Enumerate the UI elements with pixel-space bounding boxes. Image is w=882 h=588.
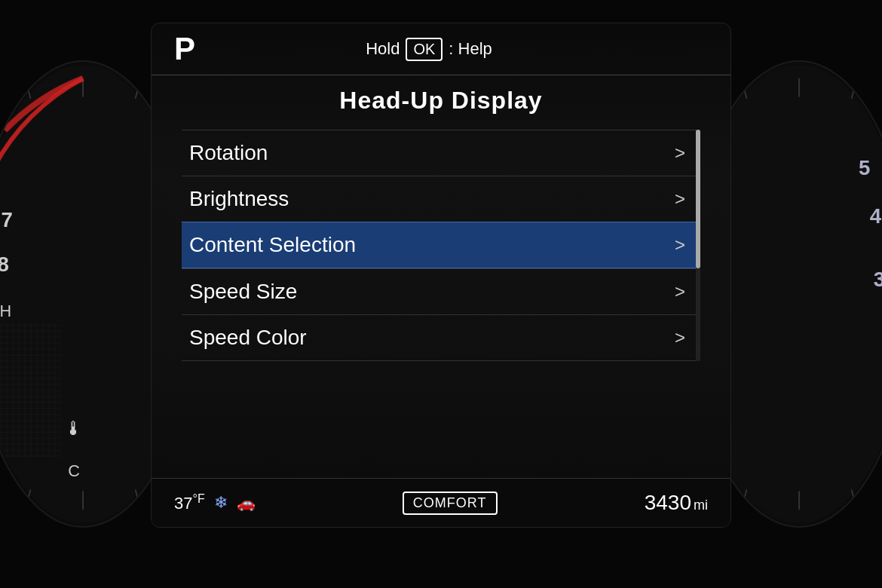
snowflake-icon: ❄ — [214, 493, 228, 513]
odometer-unit: mi — [694, 498, 708, 513]
svg-text:H: H — [0, 302, 11, 320]
scrollbar-thumb — [696, 130, 700, 268]
menu-list: Rotation > Brightness > Content Selectio… — [182, 130, 700, 361]
svg-text:8: 8 — [0, 253, 9, 276]
temperature-value: 37 — [174, 494, 192, 513]
menu-item-speed-color[interactable]: Speed Color > — [182, 314, 700, 361]
menu-item-label-speed-color: Speed Color — [189, 326, 307, 350]
odometer-value: 3430 — [645, 491, 691, 514]
menu-title: Head-Up Display — [182, 87, 700, 115]
svg-text:C: C — [68, 461, 80, 480]
menu-item-arrow-speed-color: > — [675, 327, 685, 348]
header-bar: P Hold OK : Help — [152, 23, 730, 75]
temperature-display: 37°F — [174, 492, 205, 513]
menu-item-label-rotation: Rotation — [189, 141, 268, 165]
menu-item-content-selection[interactable]: Content Selection > — [182, 222, 700, 268]
svg-rect-30 — [0, 323, 60, 458]
help-area: Hold OK : Help — [366, 38, 492, 61]
scrollbar — [696, 130, 700, 361]
menu-item-arrow-rotation: > — [675, 142, 685, 164]
svg-text:4: 4 — [870, 204, 882, 228]
menu-area: Head-Up Display Rotation > Brightness > … — [152, 75, 730, 372]
menu-container: Rotation > Brightness > Content Selectio… — [182, 130, 700, 361]
svg-text:5: 5 — [859, 156, 870, 179]
menu-item-arrow-brightness: > — [675, 188, 685, 210]
menu-item-brightness[interactable]: Brightness > — [182, 176, 700, 222]
gear-indicator: P — [174, 31, 195, 67]
svg-text:7: 7 — [1, 208, 12, 231]
drive-mode-badge: COMFORT — [403, 492, 498, 515]
menu-item-label-speed-size: Speed Size — [189, 280, 297, 304]
menu-item-label-content-selection: Content Selection — [189, 233, 356, 257]
help-suffix: : Help — [449, 39, 492, 59]
odometer-area: 3430mi — [645, 491, 708, 515]
menu-item-rotation[interactable]: Rotation > — [182, 130, 700, 176]
menu-item-arrow-speed-size: > — [675, 281, 685, 302]
status-left: 37°F ❄ 🚗 — [174, 492, 256, 513]
status-bar: 37°F ❄ 🚗 COMFORT 3430mi — [152, 478, 730, 527]
ok-button-label: OK — [406, 38, 443, 61]
temperature-unit: °F — [192, 492, 204, 505]
svg-text:3: 3 — [874, 268, 882, 291]
center-display: P Hold OK : Help Head-Up Display Rotatio… — [151, 23, 731, 528]
menu-item-label-brightness: Brightness — [189, 187, 289, 211]
svg-text:🌡: 🌡 — [64, 418, 84, 439]
dashboard-frame: 7 8 H 🌡 C — [0, 0, 882, 588]
car-icon: 🚗 — [237, 494, 256, 512]
help-prefix: Hold — [366, 39, 400, 59]
menu-item-arrow-content-selection: > — [675, 234, 685, 256]
menu-item-speed-size[interactable]: Speed Size > — [182, 268, 700, 314]
